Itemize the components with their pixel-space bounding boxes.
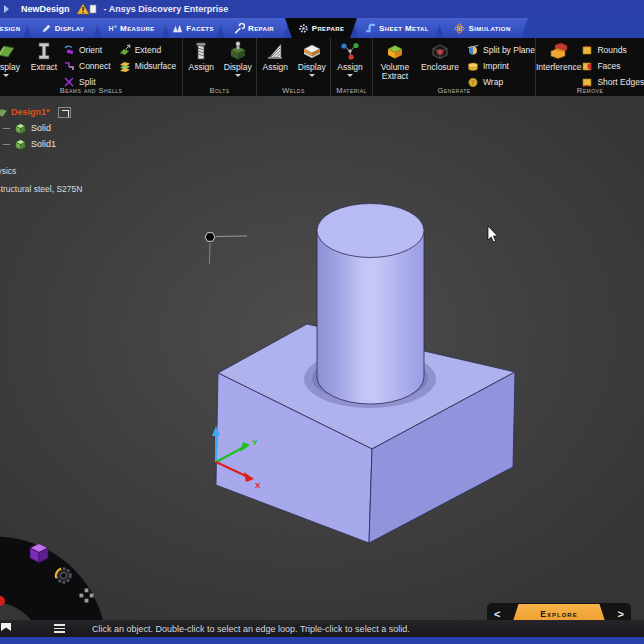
remove-rounds-label: Rounds <box>597 45 626 55</box>
tab-simulation[interactable]: Simulation <box>437 18 528 38</box>
mouse-cursor <box>488 226 498 242</box>
chevron-down-icon <box>347 74 353 77</box>
measure-icon: H° <box>108 25 117 32</box>
bolt-assign-icon <box>191 41 211 61</box>
explore-button[interactable]: Explore <box>512 604 606 620</box>
remove-faces-label: Faces <box>597 61 620 71</box>
titlebar: NewDesign - Ansys Discovery Enterprise <box>0 0 644 18</box>
radial-settings-gear-icon[interactable] <box>52 564 75 587</box>
ribbon: Display Extract Orient <box>0 38 644 96</box>
app-window: NewDesign - Ansys Discovery Enterprise D… <box>0 0 644 644</box>
welds-assign-label: Assign <box>262 63 288 72</box>
tab-facets[interactable]: Facets <box>163 18 223 38</box>
tree-root-row[interactable]: Design1* <box>0 104 71 120</box>
open-design-icon[interactable] <box>58 107 71 118</box>
bolts-display-button[interactable]: Display <box>220 40 257 77</box>
spin-center-indicator <box>205 233 247 264</box>
connect-label: Connect <box>79 61 111 71</box>
midsurface-icon <box>119 60 131 72</box>
group-generate: Volume Extract Enclosure Split by Plane <box>373 38 536 96</box>
extend-icon <box>119 44 131 56</box>
volume-extract-button[interactable]: Volume Extract <box>373 40 417 81</box>
split-by-plane-button[interactable]: Split by Plane <box>467 43 535 57</box>
bolts-assign-button[interactable]: Assign <box>183 40 220 72</box>
bolts-assign-label: Assign <box>188 63 214 72</box>
chevron-down-icon <box>235 74 241 77</box>
material-assign-button[interactable]: Assign <box>331 40 369 77</box>
explore-next-button[interactable]: > <box>618 603 624 620</box>
interference-button[interactable]: Interference <box>536 40 581 72</box>
group-bolts: Assign Display Bolts <box>183 38 257 96</box>
welds-assign-button[interactable]: Assign <box>257 40 294 72</box>
physics-section-label[interactable]: Physics <box>0 166 16 176</box>
shells-display-label: Display <box>0 63 20 72</box>
solid-cube-icon <box>14 122 27 135</box>
tab-measure[interactable]: H° Measure <box>95 18 168 38</box>
imprint-icon <box>467 60 479 72</box>
unsaved-warning-icon <box>76 3 98 15</box>
remove-faces-button[interactable]: Faces <box>581 59 644 73</box>
radial-move-icon[interactable] <box>79 588 94 603</box>
enclosure-button[interactable]: Enclosure <box>417 40 463 72</box>
material-assign-label: Assign <box>337 63 363 72</box>
midsurface-button[interactable]: Midsurface <box>119 59 177 73</box>
chevron-down-icon <box>309 74 315 77</box>
cylinder-solid[interactable] <box>317 204 424 405</box>
volume-extract-icon <box>385 41 405 61</box>
welds-display-button[interactable]: Display <box>294 40 331 77</box>
design-doc-icon <box>0 106 7 118</box>
shell-display-icon <box>0 41 16 61</box>
extract-beam-label: Extract <box>31 63 57 72</box>
tab-prepare-label: Prepare <box>312 24 345 33</box>
axis-y-label: Y <box>252 438 258 447</box>
group-label-welds: Welds <box>257 86 330 95</box>
pencil-icon <box>41 23 52 34</box>
group-label-generate: Generate <box>373 86 535 95</box>
group-label-material: Material <box>331 86 372 95</box>
solid-cube-icon <box>14 138 27 151</box>
wrench-icon <box>234 23 245 34</box>
tab-display[interactable]: Display <box>25 18 100 38</box>
tab-facets-label: Facets <box>186 24 214 33</box>
group-welds: Assign Display Welds <box>257 38 331 96</box>
status-hint-text: Click an object. Double-click to select … <box>92 624 410 634</box>
material-entry-label[interactable]: Structural steel, S275N <box>0 184 82 194</box>
weld-display-icon <box>302 41 322 61</box>
extract-beam-button[interactable]: Extract <box>25 40 63 72</box>
status-flag-icon[interactable] <box>1 623 12 635</box>
remove-rounds-icon <box>581 44 593 56</box>
midsurface-label: Midsurface <box>135 61 177 71</box>
status-bar: Click an object. Double-click to select … <box>0 620 644 637</box>
shells-display-button[interactable]: Display <box>0 40 25 77</box>
tab-sheet-metal[interactable]: Sheet Metal <box>352 18 442 38</box>
tab-repair[interactable]: Repair <box>218 18 290 38</box>
tree-root-label: Design1* <box>11 107 50 117</box>
remove-rounds-button[interactable]: Rounds <box>581 43 644 57</box>
structure-tree: Design1* Solid Solid1 <box>0 104 71 152</box>
tree-item-solid1[interactable]: Solid1 <box>0 136 71 152</box>
tab-design[interactable]: Design <box>0 18 30 38</box>
cylinder-top-cap[interactable] <box>317 204 424 258</box>
enclosure-label: Enclosure <box>421 63 459 72</box>
group-label-beams-and-shells: Beams and Shells <box>0 86 182 95</box>
imprint-button[interactable]: Imprint <box>467 59 535 73</box>
connect-button[interactable]: Connect <box>63 59 111 73</box>
orient-button[interactable]: Orient <box>63 43 111 57</box>
axis-x-label: X <box>255 481 261 490</box>
chevron-down-icon <box>3 74 9 77</box>
explore-prev-button[interactable]: < <box>494 603 500 620</box>
radial-solid-mode-icon[interactable] <box>26 540 52 566</box>
enclosure-icon <box>430 41 450 61</box>
extend-button[interactable]: Extend <box>119 43 177 57</box>
connect-icon <box>63 60 75 72</box>
viewport-3d[interactable]: Y X Design1* <box>0 96 644 620</box>
explore-control: < Explore > <box>487 603 631 620</box>
tab-repair-label: Repair <box>248 24 274 33</box>
explore-label: Explore <box>540 609 577 619</box>
status-menu-icon[interactable] <box>54 624 65 633</box>
tree-item-solid[interactable]: Solid <box>0 120 71 136</box>
group-remove: Interference Rounds Faces <box>536 38 644 96</box>
tab-prepare[interactable]: Prepare <box>285 18 357 38</box>
quick-access-arrow-icon[interactable] <box>4 5 9 13</box>
tab-simulation-label: Simulation <box>468 24 510 33</box>
